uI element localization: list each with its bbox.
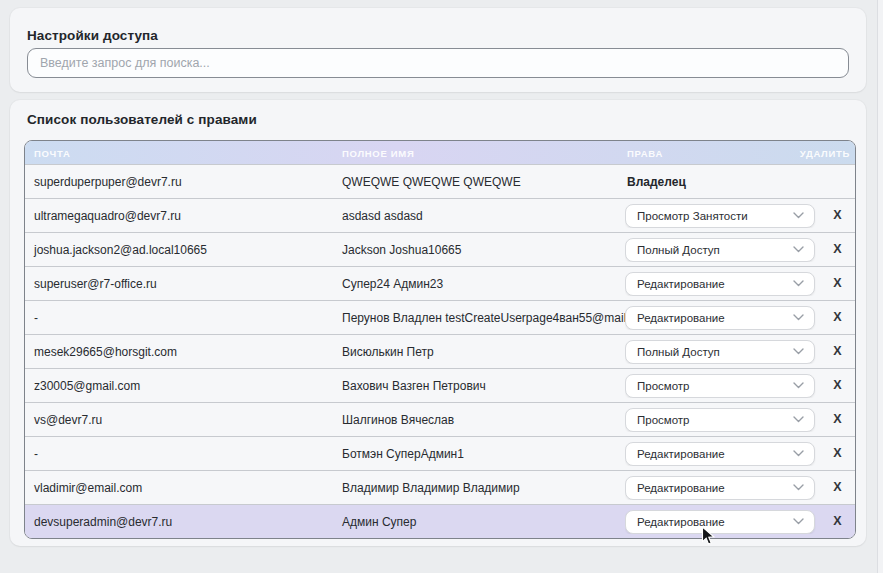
rights-select[interactable]: Редактирование	[625, 272, 815, 296]
remove-user-button[interactable]: X	[829, 207, 845, 224]
delete-cell: X	[820, 207, 855, 224]
delete-cell: X	[820, 241, 855, 258]
remove-user-button[interactable]: X	[829, 309, 845, 326]
remove-user-button[interactable]: X	[829, 377, 845, 394]
rights-select[interactable]: Редактирование	[625, 306, 815, 330]
rights-cell: Просмотр Занятости	[625, 204, 820, 228]
scrollbar-track[interactable]	[877, 0, 883, 573]
user-email: -	[25, 311, 333, 325]
user-fullname: Вахович Вазген Петрович	[333, 379, 625, 393]
column-header-name: ПОЛНОЕ ИМЯ	[342, 147, 414, 158]
access-settings-card: Настройки доступа	[10, 8, 866, 92]
user-fullname: Админ Супер	[333, 515, 625, 529]
rights-cell: Редактирование	[625, 442, 820, 466]
delete-cell: X	[820, 377, 855, 394]
chevron-down-icon	[793, 484, 804, 491]
chevron-down-icon	[793, 382, 804, 389]
rights-select[interactable]: Полный Доступ	[625, 238, 815, 262]
rights-select-value: Просмотр	[637, 414, 690, 426]
rights-select-value: Редактирование	[637, 278, 725, 290]
user-email: z30005@gmail.com	[25, 379, 333, 393]
rights-select-value: Редактирование	[637, 482, 725, 494]
remove-user-button[interactable]: X	[829, 343, 845, 360]
user-fullname: QWEQWE QWEQWE QWEQWE	[333, 175, 625, 189]
remove-user-button[interactable]: X	[829, 479, 845, 496]
remove-user-button[interactable]: X	[829, 513, 845, 530]
rights-cell: Редактирование	[625, 272, 820, 296]
user-fullname: Шалгинов Вячеслав	[333, 413, 625, 427]
user-list-title: Список пользователей с правами	[27, 112, 257, 127]
remove-user-button[interactable]: X	[829, 411, 845, 428]
rights-cell: Редактирование	[625, 306, 820, 330]
table-row: ultramegaquadro@devr7.ru asdasd asdasd П…	[25, 198, 855, 232]
table-row: superuser@r7-office.ru Супер24 Админ23 Р…	[25, 266, 855, 300]
rights-select[interactable]: Просмотр	[625, 374, 815, 398]
table-row: superduperpuper@devr7.ru QWEQWE QWEQWE Q…	[25, 164, 855, 198]
rights-cell: Полный Доступ	[625, 340, 820, 364]
delete-cell: X	[820, 513, 855, 530]
rights-cell: Редактирование	[625, 476, 820, 500]
permissions-table: ПОЧТА ПОЛНОЕ ИМЯ ПРАВА УДАЛИТЬ superdupe…	[24, 140, 856, 539]
user-table-body: superduperpuper@devr7.ru QWEQWE QWEQWE Q…	[25, 164, 855, 538]
chevron-down-icon	[793, 246, 804, 253]
search-input[interactable]	[27, 48, 849, 78]
rights-select[interactable]: Просмотр Занятости	[625, 204, 815, 228]
user-fullname: asdasd asdasd	[333, 209, 625, 223]
rights-select-value: Полный Доступ	[637, 244, 720, 256]
table-row: joshua.jackson2@ad.local10665 Jackson Jo…	[25, 232, 855, 266]
rights-select-value: Редактирование	[637, 516, 725, 528]
user-fullname: Перунов Владлен testCreateUserpage4ван55…	[333, 311, 625, 325]
user-email: ultramegaquadro@devr7.ru	[25, 209, 333, 223]
table-row: mesek29665@horsgit.com Висюлькин Петр По…	[25, 334, 855, 368]
delete-cell: X	[820, 479, 855, 496]
delete-cell: X	[820, 445, 855, 462]
user-email: joshua.jackson2@ad.local10665	[25, 243, 333, 257]
delete-cell: X	[820, 343, 855, 360]
rights-cell: Редактирование	[625, 510, 820, 534]
column-header-email: ПОЧТА	[34, 147, 70, 158]
rights-select-value: Полный Доступ	[637, 346, 720, 358]
column-header-delete: УДАЛИТЬ	[800, 147, 850, 158]
rights-select[interactable]: Редактирование	[625, 476, 815, 500]
table-row: vladimir@email.com Владимир Владимир Вла…	[25, 470, 855, 504]
chevron-down-icon	[793, 518, 804, 525]
rights-cell: Просмотр	[625, 374, 820, 398]
table-row: z30005@gmail.com Вахович Вазген Петрович…	[25, 368, 855, 402]
rights-select-value: Просмотр	[637, 380, 690, 392]
rights-select-value: Редактирование	[637, 312, 725, 324]
rights-select-value: Просмотр Занятости	[637, 210, 748, 222]
user-fullname: Висюлькин Петр	[333, 345, 625, 359]
rights-cell: Владелец	[625, 175, 820, 189]
rights-select[interactable]: Редактирование	[625, 510, 815, 534]
rights-select[interactable]: Редактирование	[625, 442, 815, 466]
owner-label: Владелец	[625, 175, 686, 189]
rights-cell: Полный Доступ	[625, 238, 820, 262]
user-fullname: Владимир Владимир Владимир	[333, 481, 625, 495]
table-row: vs@devr7.ru Шалгинов Вячеслав Просмотр X	[25, 402, 855, 436]
table-row: - Ботмэн СуперАдмин1 Редактирование X	[25, 436, 855, 470]
user-email: superuser@r7-office.ru	[25, 277, 333, 291]
user-list-card: Список пользователей с правами ПОЧТА ПОЛ…	[10, 100, 866, 546]
user-email: superduperpuper@devr7.ru	[25, 175, 333, 189]
user-fullname: Супер24 Админ23	[333, 277, 625, 291]
remove-user-button[interactable]: X	[829, 275, 845, 292]
user-email: vladimir@email.com	[25, 481, 333, 495]
rights-select[interactable]: Просмотр	[625, 408, 815, 432]
chevron-down-icon	[793, 348, 804, 355]
table-row: devsuperadmin@devr7.ru Админ Супер Редак…	[25, 504, 855, 538]
chevron-down-icon	[793, 280, 804, 287]
table-row: - Перунов Владлен testCreateUserpage4ван…	[25, 300, 855, 334]
delete-cell: X	[820, 411, 855, 428]
rights-select-value: Редактирование	[637, 448, 725, 460]
delete-cell: X	[820, 309, 855, 326]
chevron-down-icon	[793, 314, 804, 321]
chevron-down-icon	[793, 416, 804, 423]
rights-select[interactable]: Полный Доступ	[625, 340, 815, 364]
user-email: -	[25, 447, 333, 461]
user-email: vs@devr7.ru	[25, 413, 333, 427]
remove-user-button[interactable]: X	[829, 445, 845, 462]
user-email: mesek29665@horsgit.com	[25, 345, 333, 359]
rights-cell: Просмотр	[625, 408, 820, 432]
table-header: ПОЧТА ПОЛНОЕ ИМЯ ПРАВА УДАЛИТЬ	[25, 141, 855, 164]
remove-user-button[interactable]: X	[829, 241, 845, 258]
